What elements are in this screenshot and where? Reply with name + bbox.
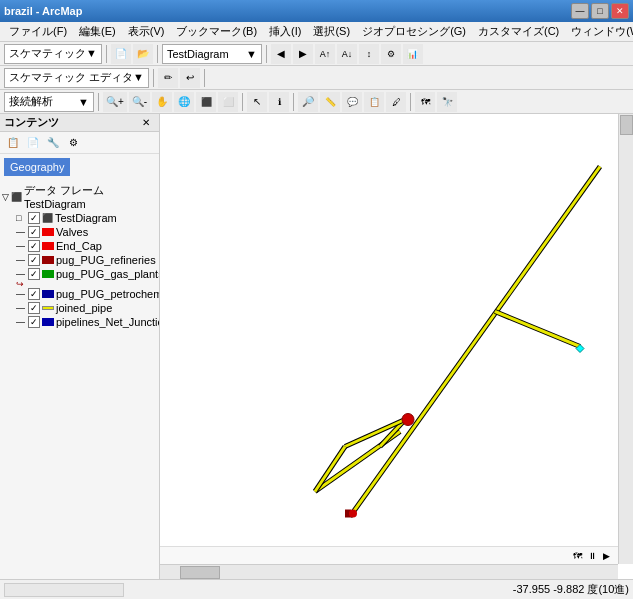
overview-icon[interactable]: 🗺 <box>573 551 582 561</box>
checkbox-endcap[interactable]: ✓ <box>28 240 40 252</box>
diagram-dropdown[interactable]: TestDiagram ▼ <box>162 44 262 64</box>
sidebar-tool4[interactable]: ⚙ <box>64 135 82 151</box>
sidebar-close-btn[interactable]: ✕ <box>137 115 155 131</box>
svg-point-13 <box>402 414 414 426</box>
edit-btn2[interactable]: ↩ <box>180 68 200 88</box>
checkbox-petrochem[interactable]: ✓ <box>28 288 40 300</box>
checkbox-testdiagram[interactable]: ✓ <box>28 212 40 224</box>
close-button[interactable]: ✕ <box>611 3 629 19</box>
layer-indicator: ↪ <box>16 279 24 289</box>
new-btn[interactable]: 📄 <box>111 44 131 64</box>
editor-dropdown[interactable]: スケマティック エディタ▼ <box>4 68 149 88</box>
zoom-out-btn[interactable]: 🔍- <box>129 92 150 112</box>
maximize-button[interactable]: □ <box>591 3 609 19</box>
tool7[interactable]: 📊 <box>403 44 423 64</box>
overview-btn[interactable]: 🗺 <box>415 92 435 112</box>
layer-gasplants-label: pug_PUG_gas_plants <box>56 268 159 280</box>
open-btn[interactable]: 📂 <box>133 44 153 64</box>
diagram-dropdown-arrow: ▼ <box>246 48 257 60</box>
menu-insert[interactable]: 挿入(I) <box>264 23 306 40</box>
expand-petrochem[interactable]: — <box>16 289 26 299</box>
checkbox-gasplants[interactable]: ✓ <box>28 268 40 280</box>
tool2[interactable]: ▶ <box>293 44 313 64</box>
sep7 <box>242 93 243 111</box>
map-area[interactable]: 🗺 ⏸ ▶ <box>160 114 633 579</box>
sidebar-tool2[interactable]: 📄 <box>24 135 42 151</box>
checkbox-refineries[interactable]: ✓ <box>28 254 40 266</box>
expand-testdiagram[interactable]: □ <box>16 213 26 223</box>
tool5[interactable]: ↕ <box>359 44 379 64</box>
checkbox-junctions[interactable]: ✓ <box>28 316 40 328</box>
menu-geoprocessing[interactable]: ジオプロセシング(G) <box>357 23 471 40</box>
geography-label: Geography <box>10 161 64 173</box>
geography-tab[interactable]: Geography <box>4 158 70 176</box>
coordinates-display: -37.955 -9.882 度(10進) <box>513 582 629 597</box>
map-scrollbar-vertical[interactable] <box>618 114 633 564</box>
expand-joinedpipe[interactable]: — <box>16 303 26 313</box>
analysis-toolbar: 接続解析 ▼ 🔍+ 🔍- ✋ 🌐 ⬛ ⬜ ↖ ℹ 🔎 📏 💬 📋 🖊 🗺 🔭 <box>0 90 633 114</box>
tool6[interactable]: ⚙ <box>381 44 401 64</box>
layer-petrochem: — ✓ pug_PUG_petrochem_c... <box>0 287 159 301</box>
progress-bar <box>4 583 124 597</box>
window-controls: — □ ✕ <box>571 3 629 19</box>
minimize-button[interactable]: — <box>571 3 589 19</box>
measure-btn[interactable]: 📏 <box>320 92 340 112</box>
layer-item: □ ✓ ⬛ TestDiagram <box>0 211 159 225</box>
play-icon[interactable]: ▶ <box>603 551 610 561</box>
tool4[interactable]: A↓ <box>337 44 357 64</box>
schematic-label: スケマティック▼ <box>9 46 97 61</box>
app-title: brazil - ArcMap <box>4 5 82 17</box>
refineries-icon <box>42 256 54 264</box>
zoom-box-btn[interactable]: ⬛ <box>196 92 216 112</box>
menu-view[interactable]: 表示(V) <box>123 23 170 40</box>
layer-refineries: — ✓ pug_PUG_refineries <box>0 253 159 267</box>
sep4 <box>153 69 154 87</box>
sidebar: コンテンツ ✕ 📋 📄 🔧 ⚙ Geography ▽ ⬛ データ フレーム T… <box>0 114 160 579</box>
attr-btn[interactable]: 📋 <box>364 92 384 112</box>
extent-btn[interactable]: 🌐 <box>174 92 194 112</box>
map-scrollbar-horizontal[interactable] <box>160 564 618 579</box>
sep8 <box>293 93 294 111</box>
map-tip-btn[interactable]: 💬 <box>342 92 362 112</box>
diagram-name: TestDiagram <box>167 48 229 60</box>
schematic-dropdown[interactable]: スケマティック▼ <box>4 44 102 64</box>
expand-valves[interactable]: — <box>16 227 26 237</box>
menu-bookmark[interactable]: ブックマーク(B) <box>171 23 262 40</box>
edit-btn1[interactable]: ✏ <box>158 68 178 88</box>
dataframe-section: ▽ ⬛ データ フレーム TestDiagram □ ✓ ⬛ TestDiagr… <box>0 180 159 331</box>
menu-window[interactable]: ウィンドウ(W) <box>566 23 633 40</box>
html-popup-btn[interactable]: 🖊 <box>386 92 406 112</box>
checkbox-joinedpipe[interactable]: ✓ <box>28 302 40 314</box>
tool3[interactable]: A↑ <box>315 44 335 64</box>
sidebar-tool3[interactable]: 🔧 <box>44 135 62 151</box>
pan-btn[interactable]: ✋ <box>152 92 172 112</box>
menu-customize[interactable]: カスタマイズ(C) <box>473 23 564 40</box>
zoom-box2-btn[interactable]: ⬜ <box>218 92 238 112</box>
identify-btn[interactable]: ℹ <box>269 92 289 112</box>
schematic-editor-toolbar: スケマティック エディタ▼ ✏ ↩ <box>0 66 633 90</box>
sidebar-tool1[interactable]: 📋 <box>4 135 22 151</box>
menu-select[interactable]: 選択(S) <box>308 23 355 40</box>
magnifier-btn[interactable]: 🔭 <box>437 92 457 112</box>
dataframe-label: データ フレーム TestDiagram <box>24 183 157 210</box>
layer-joinedpipe-label: joined_pipe <box>56 302 112 314</box>
checkbox-valves[interactable]: ✓ <box>28 226 40 238</box>
dataframe-expand-icon[interactable]: ▽ <box>2 192 9 202</box>
scrollbar-thumb-v[interactable] <box>620 115 633 135</box>
expand-endcap[interactable]: — <box>16 241 26 251</box>
search-btn[interactable]: 🔎 <box>298 92 318 112</box>
analysis-dropdown[interactable]: 接続解析 ▼ <box>4 92 94 112</box>
tool1[interactable]: ◀ <box>271 44 291 64</box>
scrollbar-thumb-h[interactable] <box>180 566 220 579</box>
expand-refineries[interactable]: — <box>16 255 26 265</box>
expand-junctions[interactable]: — <box>16 317 26 327</box>
select-btn[interactable]: ↖ <box>247 92 267 112</box>
expand-gasplants[interactable]: — <box>16 269 26 279</box>
pause-icon[interactable]: ⏸ <box>588 551 597 561</box>
map-status-tools: 🗺 ⏸ ▶ <box>573 551 610 561</box>
map-status-bar: 🗺 ⏸ ▶ <box>160 546 618 564</box>
zoom-in-btn[interactable]: 🔍+ <box>103 92 127 112</box>
menu-edit[interactable]: 編集(E) <box>74 23 121 40</box>
menu-file[interactable]: ファイル(F) <box>4 23 72 40</box>
main-area: コンテンツ ✕ 📋 📄 🔧 ⚙ Geography ▽ ⬛ データ フレーム T… <box>0 114 633 579</box>
